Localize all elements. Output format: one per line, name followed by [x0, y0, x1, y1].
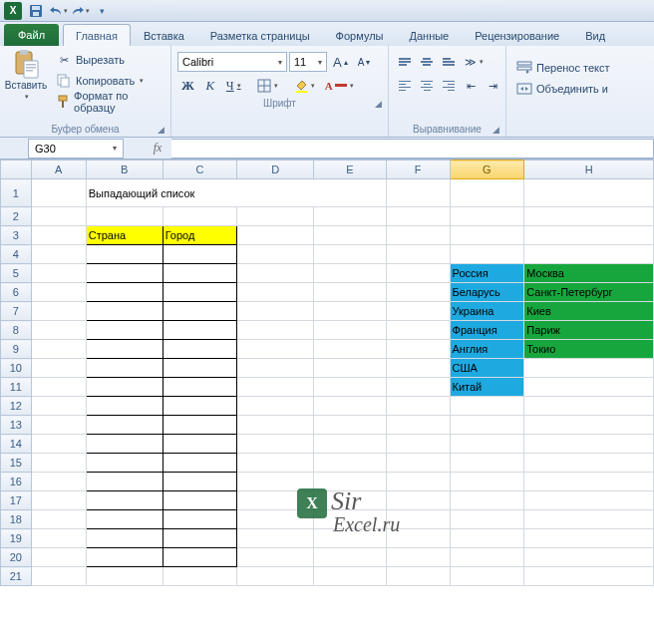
font-size-combo[interactable]: 11▾: [289, 52, 327, 72]
tab-page-layout[interactable]: Разметка страницы: [197, 24, 323, 46]
align-middle-button[interactable]: [417, 52, 437, 72]
dialog-launcher-icon[interactable]: ◢: [492, 125, 499, 135]
wrap-text-button[interactable]: Перенос текст: [512, 58, 648, 78]
table-cell[interactable]: [163, 491, 237, 510]
align-top-button[interactable]: [395, 52, 415, 72]
table-cell[interactable]: [163, 548, 237, 567]
align-right-button[interactable]: [439, 76, 459, 96]
row-header[interactable]: 14: [1, 435, 32, 454]
table-cell[interactable]: [86, 435, 163, 454]
decrease-indent-button[interactable]: ⇤: [461, 76, 481, 96]
fill-color-button[interactable]: ▾: [290, 76, 319, 96]
col-header[interactable]: B: [86, 161, 163, 179]
table-cell[interactable]: [163, 473, 237, 491]
table-cell[interactable]: [86, 264, 163, 283]
orientation-button[interactable]: ≫▾: [461, 52, 488, 72]
row-header[interactable]: 10: [1, 359, 32, 378]
row-header[interactable]: 5: [1, 264, 32, 283]
col-header[interactable]: H: [524, 161, 654, 179]
tab-file[interactable]: Файл: [4, 24, 59, 46]
table-cell[interactable]: [163, 510, 237, 529]
row-header[interactable]: 11: [1, 378, 32, 397]
row-header[interactable]: 1: [1, 179, 32, 207]
format-painter-button[interactable]: Формат по образцу: [52, 92, 164, 112]
country-cell[interactable]: США: [450, 359, 524, 378]
grow-font-button[interactable]: A▴: [329, 52, 352, 72]
underline-button[interactable]: Ч▾: [222, 76, 245, 96]
col-header[interactable]: F: [386, 161, 450, 179]
copy-button[interactable]: Копировать▾: [52, 71, 164, 91]
table-cell[interactable]: [86, 510, 163, 529]
row-header[interactable]: 12: [1, 397, 32, 416]
country-cell[interactable]: Франция: [450, 321, 524, 340]
row-header[interactable]: 19: [1, 529, 32, 548]
table-cell[interactable]: [163, 302, 237, 321]
table-cell[interactable]: [86, 454, 163, 473]
row-header[interactable]: 9: [1, 340, 32, 359]
formula-input[interactable]: [171, 139, 654, 159]
table-cell[interactable]: [86, 321, 163, 340]
col-header[interactable]: C: [163, 161, 237, 179]
city-cell[interactable]: Киев: [524, 302, 654, 321]
table-cell[interactable]: [86, 491, 163, 510]
name-box[interactable]: G30 ▾: [28, 139, 124, 159]
city-cell[interactable]: Москва: [524, 264, 654, 283]
row-header[interactable]: 7: [1, 302, 32, 321]
merge-button[interactable]: Объединить и: [512, 79, 648, 99]
city-cell[interactable]: Токио: [524, 340, 654, 359]
tab-formulas[interactable]: Формулы: [323, 24, 397, 46]
align-center-button[interactable]: [417, 76, 437, 96]
country-cell[interactable]: Англия: [450, 340, 524, 359]
row-header[interactable]: 21: [1, 567, 32, 586]
italic-button[interactable]: К: [200, 76, 220, 96]
table-cell[interactable]: [86, 416, 163, 435]
shrink-font-button[interactable]: A▾: [354, 52, 375, 72]
tab-insert[interactable]: Вставка: [131, 24, 197, 46]
align-bottom-button[interactable]: [439, 52, 459, 72]
table-cell[interactable]: [86, 378, 163, 397]
row-header[interactable]: 2: [1, 207, 32, 226]
table-cell[interactable]: [86, 397, 163, 416]
country-cell[interactable]: Россия: [450, 264, 524, 283]
row-header[interactable]: 17: [1, 491, 32, 510]
table-cell[interactable]: [86, 548, 163, 567]
table-cell[interactable]: [163, 454, 237, 473]
save-icon[interactable]: [26, 2, 46, 20]
table-cell[interactable]: [86, 359, 163, 378]
dialog-launcher-icon[interactable]: ◢: [158, 125, 164, 135]
table-cell[interactable]: [163, 283, 237, 302]
table-cell[interactable]: [163, 378, 237, 397]
table-cell[interactable]: [163, 245, 237, 264]
table-cell[interactable]: [163, 340, 237, 359]
cut-button[interactable]: ✂ Вырезать: [52, 50, 164, 70]
font-name-combo[interactable]: Calibri▾: [177, 52, 287, 72]
col-header-selected[interactable]: G: [450, 161, 524, 179]
font-color-button[interactable]: A ▾: [321, 76, 358, 96]
row-header[interactable]: 18: [1, 510, 32, 529]
city-cell[interactable]: Санкт-Петербург: [524, 283, 654, 302]
col-header[interactable]: E: [314, 161, 387, 179]
paste-button[interactable]: Вставить ▾: [6, 48, 46, 101]
table-cell[interactable]: [163, 359, 237, 378]
row-header[interactable]: 6: [1, 283, 32, 302]
spreadsheet-grid[interactable]: A B C D E F G H 1 Выпадающий список 2 3 …: [0, 160, 654, 586]
table-cell[interactable]: [163, 435, 237, 454]
tab-data[interactable]: Данные: [396, 24, 462, 46]
table-cell[interactable]: [163, 416, 237, 435]
qat-customize-icon[interactable]: ▾: [92, 2, 112, 20]
row-header[interactable]: 13: [1, 416, 32, 435]
city-cell[interactable]: Париж: [524, 321, 654, 340]
select-all-corner[interactable]: [1, 161, 32, 179]
table-cell[interactable]: [163, 264, 237, 283]
tab-home[interactable]: Главная: [63, 24, 131, 46]
row-header[interactable]: 16: [1, 473, 32, 491]
row-header[interactable]: 20: [1, 548, 32, 567]
country-cell[interactable]: Китай: [450, 378, 524, 397]
title-cell[interactable]: Выпадающий список: [86, 179, 386, 207]
table-cell[interactable]: [86, 340, 163, 359]
table-cell[interactable]: [86, 529, 163, 548]
table-cell[interactable]: [163, 321, 237, 340]
table-cell[interactable]: [163, 529, 237, 548]
bold-button[interactable]: Ж: [177, 76, 198, 96]
increase-indent-button[interactable]: ⇥: [483, 76, 502, 96]
